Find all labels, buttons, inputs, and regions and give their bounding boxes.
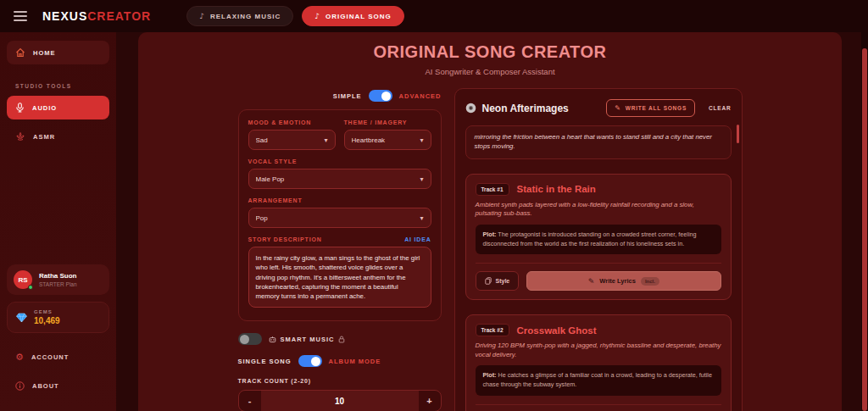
pencil-icon: ✎ <box>615 104 621 112</box>
audio-label: AUDIO <box>32 104 57 112</box>
content-columns: SIMPLE ADVANCED MOOD & EMOTION Sad ▾ <box>238 88 743 411</box>
album-title: Neon Afterimages <box>482 103 601 114</box>
track-style-description: Driving 120 BPM synth-pop with a jagged,… <box>476 342 721 359</box>
vocal-style-label: VOCAL STYLE <box>248 158 431 164</box>
logo-accent: CREATOR <box>87 9 151 23</box>
sidebar-item-about[interactable]: ABOUT <box>7 375 109 397</box>
single-album-switch[interactable] <box>298 355 322 367</box>
app-window: NEXUSCREATOR ♪ RELAXING MUSIC ♪ ORIGINAL… <box>0 0 868 411</box>
simple-advanced-toggle-row: SIMPLE ADVANCED <box>238 88 442 103</box>
composer-form-column: SIMPLE ADVANCED MOOD & EMOTION Sad ▾ <box>238 88 442 411</box>
ai-idea-link[interactable]: AI IDEA <box>404 236 431 242</box>
theme-value: Heartbreak <box>352 136 420 144</box>
smart-music-row: SMART MUSIC <box>238 333 442 345</box>
theme-label: THEME / IMAGERY <box>344 119 431 125</box>
switch-knob <box>381 92 391 101</box>
write-all-songs-button[interactable]: ✎ WRITE ALL SONGS <box>606 99 695 117</box>
vocal-style-value: Male Pop <box>256 175 420 183</box>
chevron-down-icon: ▾ <box>324 136 327 144</box>
sidebar-item-asmr[interactable]: ASMR <box>7 125 109 148</box>
switch-knob <box>240 335 249 344</box>
copy-icon <box>485 277 492 285</box>
mood-field: MOOD & EMOTION Sad ▾ <box>248 119 336 158</box>
track-actions: Style ✎ Write Lyrics Incl. <box>476 404 721 411</box>
increment-button[interactable]: + <box>419 391 441 411</box>
pencil-icon: ✎ <box>588 277 595 286</box>
menu-icon[interactable] <box>14 8 27 24</box>
smart-music-label-group: SMART MUSIC <box>269 336 346 343</box>
plot-label: Plot: <box>483 371 497 379</box>
relaxing-music-button[interactable]: ♪ RELAXING MUSIC <box>186 6 293 26</box>
vocal-style-select[interactable]: Male Pop ▾ <box>248 169 431 189</box>
original-song-label: ORIGINAL SONG <box>326 13 392 20</box>
track-header: Track #1 Static in the Rain <box>476 183 721 196</box>
track-count-value: 10 <box>261 391 419 411</box>
chevron-down-icon: ▾ <box>420 175 423 183</box>
gems-card[interactable]: GEMS 10,469 <box>7 302 109 333</box>
home-icon <box>15 47 25 58</box>
decrement-button[interactable]: - <box>239 391 261 411</box>
music-note-icon: ♪ <box>199 12 205 20</box>
disc-icon <box>465 103 476 114</box>
app-logo[interactable]: NEXUSCREATOR <box>42 9 151 23</box>
sidebar-spacer <box>7 153 109 264</box>
page-scrollbar-thumb[interactable] <box>862 48 867 411</box>
smart-music-switch[interactable] <box>238 333 262 345</box>
album-column: Neon Afterimages ✎ WRITE ALL SONGS CLEAR… <box>454 88 743 411</box>
logo-primary: NEXUS <box>42 9 87 23</box>
single-song-label: SINGLE SONG <box>238 358 292 365</box>
story-description-input[interactable]: In the rainy city glow, a man sings to t… <box>248 247 431 308</box>
track-header: Track #2 Crosswalk Ghost <box>476 324 721 336</box>
album-mode-label: ALBUM MODE <box>329 358 381 365</box>
original-song-button[interactable]: ♪ ORIGINAL SONG <box>302 6 404 26</box>
user-info: Ratha Suon STARTER Plan <box>39 272 77 287</box>
studio-tools-section-label: STUDIO TOOLS <box>15 83 109 89</box>
single-album-toggle-row: SINGLE SONG ALBUM MODE <box>238 355 442 367</box>
album-description: mirroring the friction between a heart t… <box>465 125 732 159</box>
copy-style-button[interactable]: Style <box>476 271 520 291</box>
form-row-mood-theme: MOOD & EMOTION Sad ▾ THEME / IMAGERY Hea… <box>248 119 431 158</box>
info-icon <box>15 381 25 391</box>
account-label: ACCOUNT <box>31 353 70 361</box>
arrangement-select[interactable]: Pop ▾ <box>248 208 431 228</box>
track-card: Track #1 Static in the Rain Ambient synt… <box>465 174 732 301</box>
sidebar-item-home[interactable]: HOME <box>7 41 109 64</box>
track-count-stepper: - 10 + <box>238 390 442 411</box>
album-panel: Neon Afterimages ✎ WRITE ALL SONGS CLEAR… <box>454 88 743 411</box>
track-style-description: Ambient synth pads layered with a low-fi… <box>476 201 721 219</box>
theme-select[interactable]: Heartbreak ▾ <box>344 130 431 150</box>
page-title: ORIGINAL SONG CREATOR <box>138 42 842 62</box>
avatar-initials: RS <box>18 276 27 284</box>
main-area: ORIGINAL SONG CREATOR AI Songwriter & Co… <box>116 32 868 411</box>
track-number-badge: Track #1 <box>476 183 509 196</box>
smart-music-label: SMART MUSIC <box>281 336 335 343</box>
theme-field: THEME / IMAGERY Heartbreak ▾ <box>344 119 431 158</box>
mood-select[interactable]: Sad ▾ <box>248 130 336 150</box>
simple-advanced-switch[interactable] <box>369 90 392 102</box>
write-lyrics-button[interactable]: ✎ Write Lyrics Incl. <box>526 271 721 291</box>
gem-icon <box>16 313 27 323</box>
sidebar-item-account[interactable]: ⚙ ACCOUNT <box>7 345 109 369</box>
gems-label: GEMS <box>34 309 60 314</box>
user-plan: STARTER Plan <box>39 281 77 287</box>
track-count-label: TRACK COUNT (2-20) <box>238 378 442 384</box>
gear-icon: ⚙ <box>15 352 24 363</box>
topbar: NEXUSCREATOR ♪ RELAXING MUSIC ♪ ORIGINAL… <box>0 0 868 32</box>
page-scrollbar[interactable] <box>861 32 868 411</box>
included-badge: Incl. <box>641 277 659 286</box>
plot-text: He catches a glimpse of a familiar coat … <box>483 371 712 388</box>
track-card: Track #2 Crosswalk Ghost Driving 120 BPM… <box>465 314 732 411</box>
about-label: ABOUT <box>32 382 59 390</box>
clear-button[interactable]: CLEAR <box>709 105 731 111</box>
track-title: Static in the Rain <box>517 184 596 194</box>
track-title: Crosswalk Ghost <box>517 325 597 336</box>
sidebar-item-audio[interactable]: AUDIO <box>7 96 109 119</box>
online-status-dot <box>28 285 33 290</box>
simple-label: SIMPLE <box>333 92 362 100</box>
sidebar: HOME STUDIO TOOLS AUDIO ASMR RS Ratha Su… <box>0 32 116 411</box>
user-profile-card[interactable]: RS Ratha Suon STARTER Plan <box>7 264 109 295</box>
asmr-lotus-icon <box>15 131 25 142</box>
album-header: Neon Afterimages ✎ WRITE ALL SONGS CLEAR <box>465 99 732 117</box>
plot-label: Plot: <box>483 230 497 238</box>
album-scrollbar-thumb[interactable] <box>737 125 739 143</box>
